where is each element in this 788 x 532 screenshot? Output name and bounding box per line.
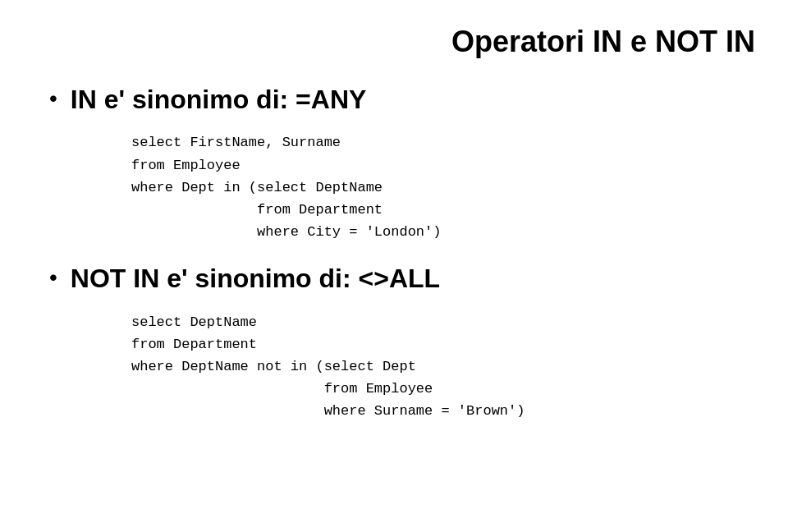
- section2-code: select DeptName from Department where De…: [131, 311, 739, 423]
- bullet-2: •: [49, 264, 57, 291]
- section1-code: select FirstName, Surname from Employee …: [131, 131, 739, 243]
- code2-line5: where Surname = 'Brown'): [131, 400, 739, 422]
- section1-label: IN e' sinonimo di: =ANY: [71, 84, 367, 115]
- section2-bullet-block: • NOT IN e' sinonimo di: <>ALL: [49, 263, 739, 294]
- section1-bullet-block: • IN e' sinonimo di: =ANY: [49, 84, 739, 115]
- bullet-1: •: [49, 85, 57, 112]
- code2-line2: from Department: [131, 333, 739, 355]
- code2-line4: from Employee: [131, 378, 739, 400]
- code1-line3: where Dept in (select DeptName: [131, 177, 739, 199]
- code1-line5: where City = 'London'): [131, 221, 739, 243]
- code1-line4: from Department: [131, 199, 739, 221]
- section2-label: NOT IN e' sinonimo di: <>ALL: [71, 263, 440, 294]
- code2-line1: select DeptName: [131, 311, 739, 333]
- code1-line2: from Employee: [131, 154, 739, 177]
- code1-line1: select FirstName, Surname: [131, 131, 739, 154]
- code2-line3: where DeptName not in (select Dept: [131, 355, 739, 378]
- page-title: Operatori IN e NOT IN: [0, 0, 788, 76]
